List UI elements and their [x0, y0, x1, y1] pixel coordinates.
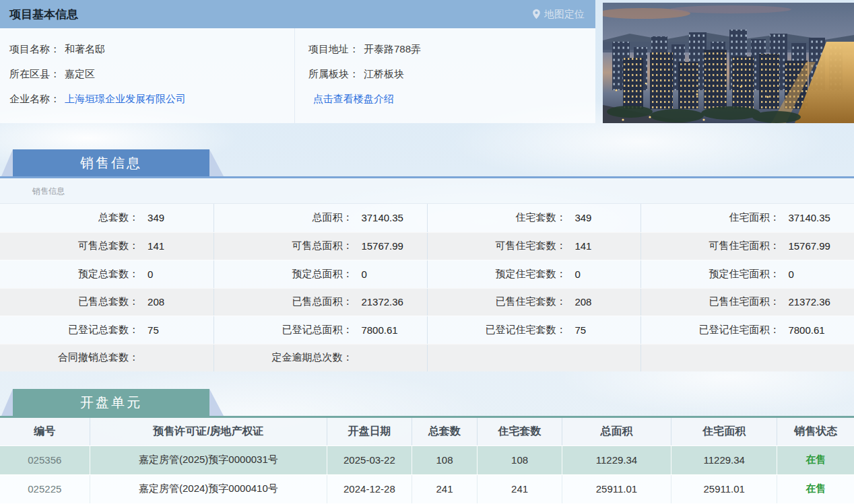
sales-cell-value: 0 — [574, 268, 580, 280]
sales-cell — [427, 345, 640, 372]
sales-cell-label: 总面积： — [214, 211, 352, 224]
project-photo — [603, 3, 854, 123]
project-info-panel: 项目基本信息 地图定位 项目名称：和著名邸所在区县：嘉定区企业名称：上海垣璟企业… — [0, 0, 595, 123]
sales-cell-label: 住宅面积： — [641, 211, 779, 224]
sales-cell-value: 15767.99 — [788, 240, 830, 252]
units-cell: 11229.34 — [562, 445, 671, 474]
sales-cell-value: 7800.61 — [361, 324, 397, 336]
sales-cell-label: 已登记总面积： — [214, 324, 352, 336]
units-cell: 241 — [478, 474, 562, 503]
field-value: 和著名邸 — [65, 43, 105, 56]
field-label: 所属板块： — [308, 68, 359, 81]
sales-cell-value: 208 — [574, 296, 591, 308]
sales-info-tab[interactable]: 销售信息 — [13, 149, 209, 176]
sales-cell-value: 21372.36 — [788, 296, 830, 308]
sales-cell: 合同撤销总套数： — [0, 345, 214, 372]
sales-cell-label: 合同撤销总套数： — [0, 351, 139, 364]
sales-cell-value: 141 — [574, 240, 591, 252]
field-value: 开泰路788弄 — [364, 43, 421, 56]
sales-cell-label: 总套数： — [0, 211, 139, 224]
location-pin-icon — [532, 9, 541, 20]
field-value: 嘉定区 — [65, 68, 95, 81]
sales-cell: 可售住宅面积：15767.99 — [640, 233, 854, 260]
project-fields-right: 项目地址：开泰路788弄所属板块：江桥板块点击查看楼盘介绍 — [294, 28, 595, 123]
sales-cell: 已登记总套数：75 — [0, 316, 214, 344]
sales-cell-label: 定金逾期总次数： — [214, 351, 352, 364]
sales-cell-value: 75 — [574, 324, 586, 336]
sale-status-badge: 在售 — [777, 474, 854, 503]
sales-cell-label: 已登记住宅面积： — [641, 324, 779, 336]
units-column-header: 销售状态 — [777, 418, 854, 445]
field-value-link[interactable]: 上海垣璟企业发展有限公司 — [65, 93, 186, 106]
sales-cell — [640, 345, 854, 372]
sales-cell-value: 349 — [574, 212, 591, 223]
project-header-bar: 项目基本信息 地图定位 — [0, 0, 595, 28]
sales-info-section: 销售信息 销售信息 总套数：349总面积：37140.35住宅套数：349住宅面… — [0, 149, 854, 371]
sales-cell-value: 0 — [147, 268, 153, 280]
sales-cell: 总面积：37140.35 — [214, 204, 427, 232]
sales-cell: 已售住宅面积：21372.36 — [640, 289, 854, 316]
sales-cell: 已售住宅套数：208 — [427, 289, 640, 316]
units-column-header: 住宅面积 — [671, 418, 777, 445]
field-value-link[interactable]: 点击查看楼盘介绍 — [313, 93, 394, 106]
sales-cell: 预定住宅面积：0 — [640, 260, 854, 288]
project-field: 所在区县：嘉定区 — [9, 62, 294, 87]
units-column-header: 开盘日期 — [327, 418, 412, 445]
sales-cell-value: 141 — [147, 240, 164, 252]
sales-cell-value: 21372.36 — [361, 296, 403, 308]
tab-bevel-right — [209, 389, 224, 416]
units-cell: 25911.01 — [671, 474, 777, 503]
field-value: 江桥板块 — [364, 68, 404, 81]
sales-cell: 已登记总面积：7800.61 — [214, 316, 427, 344]
sales-cell-label: 预定住宅面积： — [641, 268, 779, 281]
units-cell: 108 — [412, 445, 478, 474]
sales-cell: 已登记住宅套数：75 — [427, 316, 640, 344]
project-field: 所属板块：江桥板块 — [308, 62, 595, 87]
tab-bevel-left — [1, 149, 13, 176]
sales-subtitle: 销售信息 — [0, 178, 854, 204]
sales-cell-label: 住宅套数： — [428, 211, 566, 224]
units-column-header: 编号 — [0, 418, 90, 445]
sales-cell-label: 预定住宅套数： — [428, 268, 566, 281]
field-label: 项目名称： — [9, 43, 60, 56]
units-cell: 2025-03-22 — [327, 445, 412, 474]
sales-row: 预定总套数：0预定总面积：0预定住宅套数：0预定住宅面积：0 — [0, 260, 854, 288]
sales-cell: 可售总面积：15767.99 — [214, 233, 427, 260]
sales-cell: 已售总套数：208 — [0, 289, 214, 316]
field-label: 所在区县： — [9, 68, 60, 81]
map-locate-label: 地图定位 — [544, 8, 585, 21]
project-fields-left: 项目名称：和著名邸所在区县：嘉定区企业名称：上海垣璟企业发展有限公司 — [0, 28, 294, 123]
project-field: 项目地址：开泰路788弄 — [308, 37, 595, 62]
sales-cell-label: 已售住宅套数： — [428, 295, 566, 308]
sales-cell: 已登记住宅面积：7800.61 — [640, 316, 854, 344]
sales-cell: 住宅套数：349 — [427, 204, 640, 232]
project-fields: 项目名称：和著名邸所在区县：嘉定区企业名称：上海垣璟企业发展有限公司 项目地址：… — [0, 28, 595, 123]
units-cell: 241 — [412, 474, 478, 503]
units-table: 编号预售许可证/房地产权证开盘日期总套数住宅套数总面积住宅面积销售状态 0253… — [0, 418, 854, 504]
units-cell: 25911.01 — [562, 474, 671, 503]
cityscape-illustration — [603, 3, 854, 123]
sales-cell-label: 已售总套数： — [0, 295, 139, 308]
units-row: 025356嘉定房管(2025)预字0000031号2025-03-221081… — [0, 445, 854, 474]
sales-cell-value: 37140.35 — [361, 212, 403, 223]
sales-cell-value: 0 — [361, 268, 366, 280]
project-field: 企业名称：上海垣璟企业发展有限公司 — [9, 87, 294, 112]
sale-status-badge: 在售 — [777, 445, 854, 474]
sales-cell-label: 可售总套数： — [0, 240, 139, 252]
units-header-row: 编号预售许可证/房地产权证开盘日期总套数住宅套数总面积住宅面积销售状态 — [0, 418, 854, 445]
sales-cell-label: 预定总面积： — [214, 268, 352, 281]
units-cell: 嘉定房管(2025)预字0000031号 — [90, 445, 327, 474]
sales-cell-value: 15767.99 — [361, 240, 403, 252]
opening-units-tab[interactable]: 开盘单元 — [13, 389, 209, 416]
units-tab-row: 开盘单元 — [0, 389, 854, 416]
sales-cell-value: 0 — [788, 268, 793, 280]
project-field: 点击查看楼盘介绍 — [308, 87, 595, 112]
sales-cell: 总套数：349 — [0, 204, 214, 232]
units-cell: 025356 — [0, 445, 90, 474]
sales-cell: 可售总套数：141 — [0, 233, 214, 260]
units-cell: 025225 — [0, 474, 90, 503]
sales-cell-value: 7800.61 — [788, 324, 824, 336]
sales-cell-label: 已售住宅面积： — [641, 295, 779, 308]
field-label: 项目地址： — [308, 43, 359, 56]
map-locate-link[interactable]: 地图定位 — [532, 8, 585, 21]
